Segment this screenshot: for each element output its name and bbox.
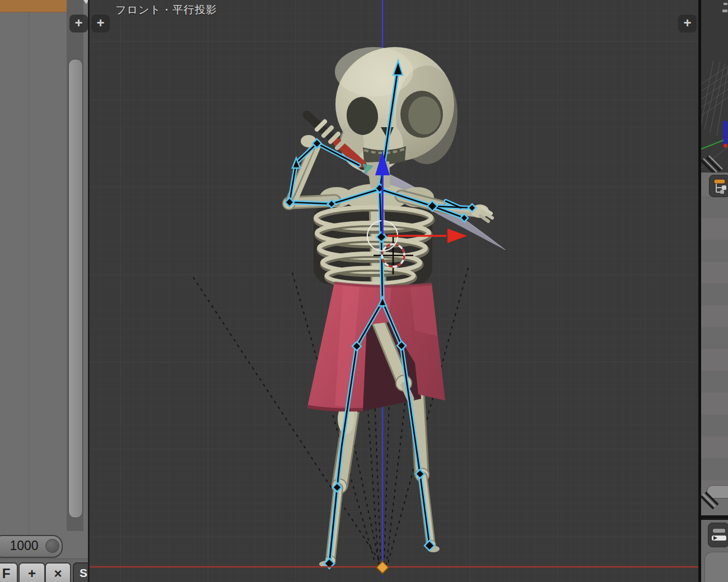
- outliner-row-stripes: [701, 196, 728, 493]
- left-panel-top-strip: [0, 0, 67, 12]
- frame-number-field[interactable]: 1000: [0, 535, 63, 558]
- mini-y-axis-line: [701, 139, 727, 149]
- resize-corner-handle[interactable]: [701, 156, 722, 173]
- properties-subpanel: [704, 552, 728, 582]
- blender-window: + 1000 F + × S フロント・平行投影 + +: [0, 0, 728, 582]
- frame-number-value: 1000: [4, 538, 44, 553]
- mini-view-scene: [701, 0, 728, 173]
- editor-type-button[interactable]: [708, 523, 728, 547]
- fake-user-button[interactable]: F: [0, 562, 18, 582]
- scrollbar-arrow-icon[interactable]: [83, 0, 88, 4]
- skirt: [307, 283, 445, 412]
- outliner-panel[interactable]: [701, 173, 728, 516]
- properties-icon: [708, 523, 728, 547]
- editor-header-bar: F + × S: [0, 558, 88, 582]
- mini-z-axis-bar: [724, 121, 727, 145]
- scrollbar-track[interactable]: [67, 0, 83, 531]
- field-knob-icon[interactable]: [45, 539, 59, 553]
- browse-datablock-button[interactable]: S: [73, 562, 88, 582]
- expand-region-button[interactable]: +: [69, 15, 88, 32]
- skeleton-mesh[interactable]: [283, 47, 505, 567]
- editor-type-button[interactable]: [709, 175, 728, 197]
- outliner-icon: [710, 175, 728, 197]
- column-divider: [29, 12, 29, 536]
- unlink-button[interactable]: ×: [45, 562, 71, 582]
- panel-divider[interactable]: [701, 515, 728, 520]
- left-editor-panel[interactable]: + 1000 F + × S: [0, 0, 88, 582]
- horizontal-scrollbar[interactable]: [707, 485, 728, 499]
- scrollbar-thumb[interactable]: [68, 59, 83, 518]
- add-button[interactable]: +: [18, 562, 45, 582]
- mini-origin-dot: [724, 144, 727, 148]
- properties-panel[interactable]: [701, 520, 728, 582]
- 3d-scene[interactable]: [90, 0, 698, 582]
- collapsed-menu-icon[interactable]: [724, 3, 727, 5]
- secondary-3d-viewport[interactable]: [701, 0, 728, 173]
- 3d-viewport[interactable]: フロント・平行投影 + +: [90, 0, 698, 582]
